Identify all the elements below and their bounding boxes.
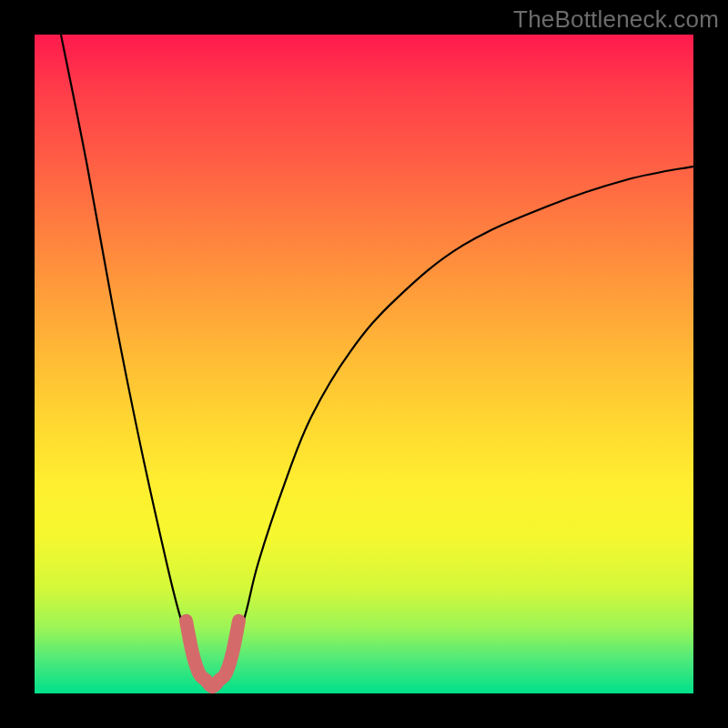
curve-layer [35, 35, 693, 693]
highlight-segment [187, 621, 239, 686]
chart-frame: TheBottleneck.com [0, 0, 728, 728]
watermark-text: TheBottleneck.com [513, 5, 719, 34]
bottleneck-curve [61, 35, 693, 687]
plot-area [35, 35, 693, 693]
